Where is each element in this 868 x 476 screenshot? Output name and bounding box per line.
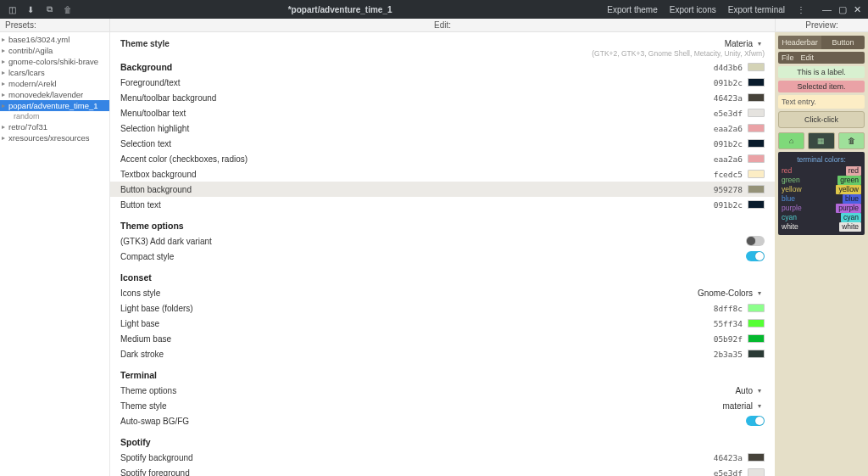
section-title: Background: [120, 62, 707, 72]
copy-icon[interactable]: ⧉: [44, 4, 54, 14]
preview-label: This is a label.: [778, 66, 865, 78]
new-icon[interactable]: ◫: [7, 4, 17, 14]
delete-icon[interactable]: 🗑: [63, 4, 73, 14]
preset-item[interactable]: ▸base16/3024.yml: [0, 34, 109, 45]
toggle[interactable]: [746, 416, 765, 426]
color-row[interactable]: Light base55ff34: [120, 316, 765, 331]
color-row[interactable]: Spotify background46423a: [120, 450, 765, 465]
preset-item[interactable]: ▸modern/Arekl: [0, 78, 109, 89]
toggle-row: Compact style: [120, 249, 765, 264]
color-swatch[interactable]: [748, 200, 765, 209]
row-label: Spotify background: [120, 453, 707, 462]
color-row[interactable]: Selection text091b2c: [120, 136, 765, 151]
maximize-icon[interactable]: ▢: [838, 4, 847, 15]
preview-button[interactable]: Click-click: [778, 111, 865, 128]
row-label: Menu/toolbar text: [120, 109, 707, 118]
term-color-row: purplepurple: [782, 204, 861, 213]
color-row[interactable]: Selection highlighteaa2a6: [120, 120, 765, 136]
preset-item[interactable]: ▸monovedek/lavender: [0, 89, 109, 100]
color-swatch[interactable]: [748, 468, 765, 476]
color-row[interactable]: Accent color (checkboxes, radios)eaa2a6: [120, 151, 765, 166]
row-label: Light base: [120, 319, 707, 328]
hex-value: 091b2c: [707, 200, 748, 210]
color-row[interactable]: Menu/toolbar background46423a: [120, 90, 765, 105]
preset-item[interactable]: ▸lcars/lcars: [0, 67, 109, 78]
term-color-row: greengreen: [782, 176, 861, 185]
color-swatch[interactable]: [748, 93, 765, 102]
titlebar: ◫ ⬇ ⧉ 🗑 *popart/adventure_time_1 Export …: [0, 0, 868, 19]
preset-item[interactable]: ▸gnome-colors/shiki-brave: [0, 56, 109, 67]
term-color-row: redred: [782, 166, 861, 176]
preset-item[interactable]: ▸contrib/Agila: [0, 45, 109, 56]
row-label: Medium base: [120, 334, 707, 344]
export-theme-button[interactable]: Export theme: [607, 5, 657, 14]
color-swatch[interactable]: [748, 334, 765, 343]
window-title: *popart/adventure_time_1: [80, 5, 600, 14]
preset-item[interactable]: ▸xresources/xresources: [0, 132, 109, 143]
color-swatch[interactable]: [748, 185, 765, 193]
row-label: Textbox background: [120, 170, 707, 179]
close-icon[interactable]: ✕: [854, 4, 861, 15]
hex-value: e5e3df: [707, 468, 748, 477]
color-swatch[interactable]: [748, 78, 765, 87]
tab-button[interactable]: Button: [821, 36, 865, 49]
color-row[interactable]: Medium base05b92f: [120, 331, 765, 346]
color-row[interactable]: Light base (folders)8dff8c: [120, 300, 765, 316]
hex-value: e5e3df: [707, 109, 748, 118]
row-label: Accent color (checkboxes, radios): [120, 154, 707, 164]
section-title: Terminal: [120, 370, 765, 380]
theme-style-label: Theme style: [120, 39, 721, 48]
color-swatch[interactable]: [748, 63, 765, 71]
term-title: terminal colors:: [782, 155, 861, 165]
preview-menu: File Edit: [778, 52, 865, 64]
color-row[interactable]: Dark stroke2b3a35: [120, 346, 765, 361]
color-row[interactable]: Textbox backgroundfcedc5: [120, 166, 765, 182]
preset-item[interactable]: ▸popart/adventure_time_1: [0, 100, 109, 111]
preview-entry[interactable]: Text entry.: [778, 95, 865, 109]
save-icon[interactable]: ⬇: [25, 4, 36, 14]
hex-value: 2b3a35: [707, 350, 748, 359]
menu-file[interactable]: File: [782, 53, 794, 62]
term-style-dropdown[interactable]: material: [719, 401, 765, 411]
preset-child[interactable]: random: [0, 111, 109, 121]
icons-style-dropdown[interactable]: Gnome-Colors: [694, 288, 765, 298]
term-color-row: whitewhite: [782, 222, 861, 232]
color-swatch[interactable]: [748, 109, 765, 117]
desktop-icon: ▦: [808, 132, 834, 149]
row-label: Button background: [120, 185, 707, 194]
color-row[interactable]: Spotify foregrounde5e3df: [120, 465, 765, 476]
color-swatch[interactable]: [748, 304, 765, 312]
toggle[interactable]: [746, 251, 765, 261]
edit-header: Edit:: [110, 19, 775, 31]
color-swatch[interactable]: [748, 154, 765, 163]
hex-value: 091b2c: [707, 78, 748, 87]
tab-headerbar[interactable]: Headerbar: [778, 36, 821, 49]
color-row[interactable]: Foreground/text091b2c: [120, 75, 765, 90]
color-row[interactable]: Button text091b2c: [120, 197, 765, 212]
menu-edit[interactable]: Edit: [801, 53, 815, 62]
trash-icon: 🗑: [838, 132, 865, 149]
color-swatch[interactable]: [748, 453, 765, 462]
color-swatch[interactable]: [748, 139, 765, 148]
row-label: Spotify foreground: [120, 468, 707, 477]
home-icon: ⌂: [778, 132, 804, 149]
preset-item[interactable]: ▸retro/7of31: [0, 121, 109, 132]
export-terminal-button[interactable]: Export terminal: [728, 5, 785, 14]
column-headers: Presets: Edit: Preview:: [0, 19, 868, 32]
toggle-row: (GTK3) Add dark variant: [120, 233, 765, 249]
color-swatch[interactable]: [748, 124, 765, 132]
toggle[interactable]: [746, 236, 765, 246]
hex-value: fcedc5: [707, 170, 748, 179]
term-options-dropdown[interactable]: Auto: [732, 386, 765, 395]
hex-value: 091b2c: [707, 139, 748, 148]
color-row[interactable]: Button background959278: [110, 182, 775, 197]
color-swatch[interactable]: [748, 319, 765, 328]
hex-value: 959278: [707, 185, 748, 194]
color-swatch[interactable]: [748, 350, 765, 358]
color-row[interactable]: Menu/toolbar texte5e3df: [120, 105, 765, 120]
color-swatch[interactable]: [748, 170, 765, 178]
theme-style-dropdown[interactable]: Materia: [721, 39, 765, 48]
minimize-icon[interactable]: —: [822, 4, 832, 15]
export-icons-button[interactable]: Export icons: [670, 5, 716, 14]
menu-icon[interactable]: ⋮: [797, 5, 805, 14]
